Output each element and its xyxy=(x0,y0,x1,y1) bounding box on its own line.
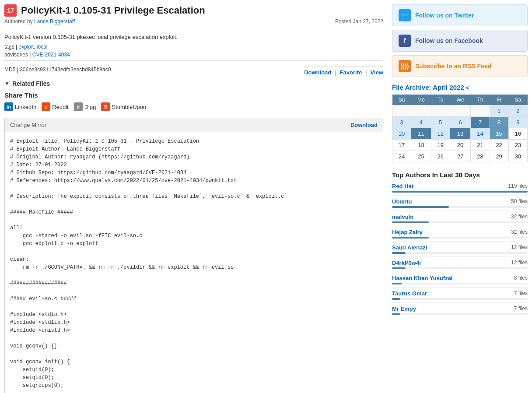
download-link[interactable]: Download xyxy=(304,69,331,76)
view-link[interactable]: View xyxy=(371,69,383,76)
author-files: 32 files xyxy=(511,229,528,235)
calendar-day xyxy=(411,105,431,117)
calendar-day: 20 xyxy=(450,140,471,151)
rss-subscribe-btn[interactable]: )))) Subscribe to an RSS Feed xyxy=(392,55,528,77)
author-name[interactable]: Hassan Khan Yusufzai xyxy=(392,275,452,281)
twitter-follow-btn[interactable]: 🐦 Follow us on Twitter xyxy=(392,4,528,26)
rss-label: Subscribe to an RSS Feed xyxy=(415,63,491,70)
mirror-box: Change Mirror Download # Exploit Title: … xyxy=(4,118,383,393)
article-header: 17 PolicyKit-1 0.105-31 Privilege Escala… xyxy=(4,4,383,29)
tag-exploit[interactable]: exploit xyxy=(18,44,34,50)
stumbleupon-icon: S xyxy=(101,102,110,111)
author-name[interactable]: Hejap Zairy xyxy=(392,229,423,235)
calendar-day: 28 xyxy=(471,151,490,162)
calendar-day[interactable]: 14 xyxy=(471,128,490,140)
calendar-week-row: 10111213141516 xyxy=(392,128,528,140)
calendar-day: 25 xyxy=(411,151,431,162)
cal-header-su: Su xyxy=(392,95,411,105)
author-name[interactable]: Ubuntu xyxy=(392,198,412,205)
posted-date: Posted Jan 27, 2022 xyxy=(335,18,383,25)
calendar-day: 16 xyxy=(508,128,527,140)
calendar-day[interactable]: 9 xyxy=(508,117,527,128)
linkedin-icon: in xyxy=(4,102,13,111)
author-item: Hassan Khan Yusufzai 8 files xyxy=(392,275,528,288)
tag-local[interactable]: local xyxy=(37,44,48,50)
author-bar-bg xyxy=(392,237,528,239)
author-bar xyxy=(392,206,449,208)
calendar-day[interactable]: 3 xyxy=(392,117,411,128)
author-files: 119 files xyxy=(508,183,528,189)
twitter-label: Follow us on Twitter xyxy=(415,12,474,19)
calendar-day xyxy=(431,105,450,117)
author-files: 12 files xyxy=(511,260,528,266)
code-block: # Exploit Title: PolicyKit-1 0.105-31 - … xyxy=(5,132,383,393)
author-name[interactable]: Mr Empy xyxy=(392,305,416,312)
author-bar xyxy=(392,267,406,269)
calendar-day[interactable]: 2 xyxy=(508,105,527,117)
calendar-day[interactable]: 4 xyxy=(411,117,431,128)
facebook-icon: f xyxy=(399,35,411,47)
calendar-day[interactable]: 11 xyxy=(411,128,431,140)
digg-icon: d xyxy=(74,102,83,111)
article-advisories: advisories | CVE-2021-4034 xyxy=(4,52,383,58)
authors-section: Top Authors In Last 30 Days Red Hat 119 … xyxy=(392,171,528,318)
mirror-download-link[interactable]: Download xyxy=(350,122,378,128)
author-bar-bg xyxy=(392,221,528,223)
calendar-day[interactable]: 5 xyxy=(431,117,450,128)
author-name[interactable]: Red Hat xyxy=(392,183,413,189)
linkedin-share[interactable]: in LinkedIn xyxy=(4,102,36,111)
change-mirror-link[interactable]: Change Mirror xyxy=(10,122,46,128)
author-bar-bg xyxy=(392,283,528,284)
author-name[interactable]: malvuln xyxy=(392,214,413,220)
calendar-day[interactable]: 13 xyxy=(450,128,471,140)
author-files: 8 files xyxy=(514,275,528,281)
article-actions: Download | Favorite | View xyxy=(304,66,383,76)
article-description: PolicyKit-1 version 0.105-31 pkexec loca… xyxy=(4,34,383,40)
favorite-link[interactable]: Favorite xyxy=(340,69,362,76)
author-bar xyxy=(392,313,400,315)
calendar-table: Su Mo Tu We Th Fr Sa 1234567891011121314… xyxy=(392,95,528,162)
authors-list: Red Hat 119 files Ubuntu 50 files malvul… xyxy=(392,183,528,318)
share-title: Share This xyxy=(4,91,383,99)
calendar-day: 27 xyxy=(450,151,471,162)
stumbleupon-share[interactable]: S StumbleUpon xyxy=(101,102,146,111)
author-bar-bg xyxy=(392,313,528,315)
reddit-share[interactable]: r/ Reddit xyxy=(42,102,69,111)
author-files: 50 files xyxy=(511,198,528,205)
cal-header-mo: Mo xyxy=(411,95,431,105)
author-name[interactable]: D4rkP0w4r xyxy=(392,260,421,266)
calendar-day[interactable]: 15 xyxy=(490,128,508,140)
author-bar xyxy=(392,221,429,223)
author-item: Ubuntu 50 files xyxy=(392,198,528,211)
cal-header-sa: Sa xyxy=(508,95,527,105)
author-link[interactable]: Lance Biggerstaff xyxy=(34,18,75,25)
calendar-day xyxy=(392,105,411,117)
calendar-day[interactable]: 8 xyxy=(490,117,508,128)
advisory-link[interactable]: CVE-2021-4034 xyxy=(32,52,70,58)
calendar-nav-prev[interactable]: < xyxy=(466,84,469,91)
calendar-day[interactable]: 7 xyxy=(471,117,490,128)
author-name[interactable]: Taurus Omar xyxy=(392,290,427,297)
calendar-week-row: 17181920212223 xyxy=(392,140,528,151)
author-name[interactable]: Saud Alenazi xyxy=(392,244,427,251)
calendar-day[interactable]: 1 xyxy=(490,105,508,117)
author-files: 12 files xyxy=(511,244,528,251)
related-files-icon: ▼ xyxy=(4,81,10,87)
related-files-label: Related Files xyxy=(12,80,50,87)
calendar-day[interactable]: 12 xyxy=(431,128,450,140)
calendar-section: File Archive: April 2022 < Su Mo Tu We T… xyxy=(392,84,528,162)
author-bar-bg xyxy=(392,191,528,193)
facebook-follow-btn[interactable]: f Follow us on Facebook xyxy=(392,30,528,52)
cal-header-tu: Tu xyxy=(431,95,450,105)
calendar-day[interactable]: 6 xyxy=(450,117,471,128)
authors-title: Top Authors In Last 30 Days xyxy=(392,171,528,179)
calendar-day[interactable]: 10 xyxy=(392,128,411,140)
author-item: Hejap Zairy 32 files xyxy=(392,229,528,242)
calendar-day: 19 xyxy=(431,140,450,151)
author-bar xyxy=(392,298,400,300)
calendar-week-row: 12 xyxy=(392,105,528,117)
digg-share[interactable]: d Digg xyxy=(74,102,96,111)
article-tags: tags | exploit, local xyxy=(4,44,383,50)
twitter-icon: 🐦 xyxy=(399,9,411,21)
calendar-week-row: 3456789 xyxy=(392,117,528,128)
